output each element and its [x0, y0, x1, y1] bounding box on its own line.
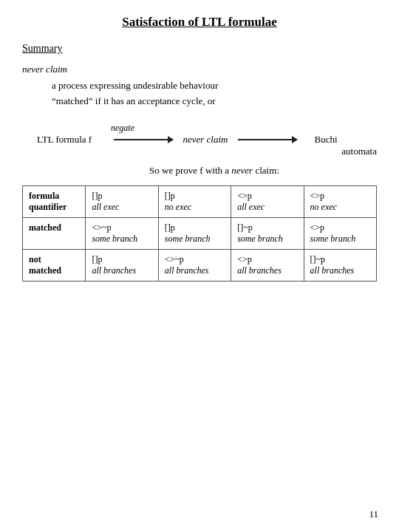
never-claim-mid-label: never claim [176, 134, 235, 146]
cell-notmatched-2: <>~pall branches [158, 249, 231, 281]
cell-matched-4: <>psome branch [304, 217, 376, 249]
cell-notmatched-3: <>pall branches [231, 249, 304, 281]
header-col1: []p all exec [86, 185, 158, 217]
ltl-formula-label: LTL formula f [37, 134, 111, 146]
cell-matched-1: <>~psome branch [86, 217, 158, 249]
cell-notmatched-1: []pall branches [86, 249, 158, 281]
arrow-right [238, 139, 297, 140]
page-number: 11 [369, 508, 378, 520]
negate-label: negate [111, 123, 377, 134]
main-table: formula quantifier []p all exec []p no e… [22, 185, 377, 282]
header-col0: formula quantifier [23, 185, 86, 217]
header-col4: <>p no exec [304, 185, 376, 217]
table-row: not matched []pall branches <>~pall bran… [23, 249, 377, 281]
buchi-label: Buchi [300, 134, 352, 146]
cell-matched-2: []psome branch [158, 217, 231, 249]
summary-label: Summary [22, 43, 377, 55]
table-header-row: formula quantifier []p all exec []p no e… [23, 185, 377, 217]
cell-matched-3: []~psome branch [231, 217, 304, 249]
cell-notmatched-4: []~pall branches [304, 249, 376, 281]
arrow-left [114, 139, 173, 140]
header-col2: []p no exec [158, 185, 231, 217]
arrow-row: LTL formula f never claim Buchi [37, 134, 377, 146]
header-col3: <>p all exec [231, 185, 304, 217]
never-claim-label: never claim [22, 64, 377, 75]
never-claim-desc1: a process expressing undesirable behavio… [52, 78, 377, 94]
prove-text: So we prove f with a never claim: [52, 165, 377, 177]
page-title: Satisfaction of LTL formulae [22, 15, 377, 30]
never-claim-section: never claim a process expressing undesir… [22, 64, 377, 109]
automata-label: automata [266, 146, 377, 157]
never-claim-desc2: “matched” if it has an acceptance cycle,… [52, 94, 377, 109]
diagram-area: negate LTL formula f never claim Buchi a… [22, 123, 377, 157]
table-row: matched <>~psome branch []psome branch [… [23, 217, 377, 249]
row-label-matched: matched [23, 217, 86, 249]
row-label-not-matched: not matched [23, 249, 86, 281]
